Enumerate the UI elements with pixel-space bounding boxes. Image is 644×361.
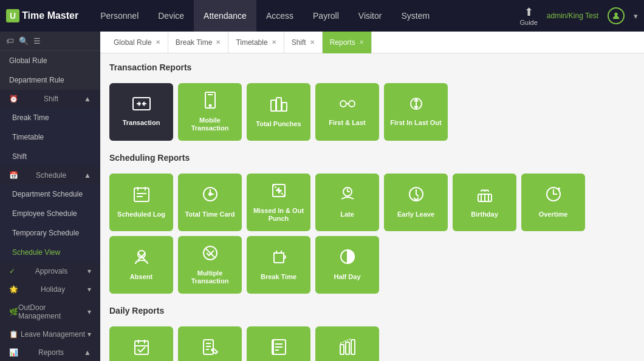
nav-device[interactable]: Device bbox=[148, 0, 194, 32]
card-scheduled-log[interactable]: Scheduled Log bbox=[109, 174, 173, 231]
card-half-day-label: Half Day bbox=[334, 273, 360, 281]
user-avatar[interactable] bbox=[608, 7, 625, 24]
svg-point-10 bbox=[340, 101, 346, 107]
svg-rect-59 bbox=[346, 342, 349, 354]
tab-reports-close[interactable]: ✕ bbox=[359, 39, 364, 46]
sidebar-section-approvals[interactable]: ✓ Approvals ▾ bbox=[0, 262, 100, 280]
nav-attendance[interactable]: Attendance bbox=[194, 0, 256, 32]
sidebar-item-schedule-view[interactable]: Schedule View bbox=[0, 243, 100, 262]
daily-details-icon bbox=[202, 339, 219, 360]
transaction-reports-title: Transaction Reports bbox=[109, 62, 635, 76]
leave-icon: 📋 bbox=[9, 330, 18, 339]
tab-global-rule[interactable]: Global Rule ✕ bbox=[106, 32, 168, 53]
card-total-time-card[interactable]: Total Time Card bbox=[178, 174, 242, 231]
approvals-icon: ✓ bbox=[9, 267, 15, 275]
tab-break-time-close[interactable]: ✕ bbox=[216, 39, 221, 46]
daily-reports-grid: Daily Attendance Daily Details bbox=[109, 326, 635, 361]
tab-break-time[interactable]: Break Time ✕ bbox=[168, 32, 229, 53]
sidebar-section-holiday[interactable]: 🌟 Holiday ▾ bbox=[0, 280, 100, 299]
sidebar-section-shift[interactable]: ⏰ Shift ▲ bbox=[0, 90, 100, 108]
list-icon[interactable]: ☰ bbox=[33, 36, 41, 46]
search-icon[interactable]: 🔍 bbox=[19, 36, 29, 46]
user-dropdown-icon[interactable]: ▾ bbox=[634, 12, 638, 21]
holiday-icon: 🌟 bbox=[9, 285, 18, 294]
late-icon bbox=[339, 186, 356, 207]
card-missed-punch[interactable]: Missed In & Out Punch bbox=[247, 174, 310, 231]
logo-text: Time Master bbox=[22, 10, 78, 21]
nav-right: ⬆ Guide admin/King Test ▾ bbox=[519, 5, 638, 26]
tab-global-rule-close[interactable]: ✕ bbox=[156, 39, 160, 46]
card-late[interactable]: Late bbox=[315, 174, 379, 231]
card-multiple-transaction[interactable]: Multiple Transaction bbox=[178, 236, 242, 294]
sidebar-item-global-rule[interactable]: Global Rule bbox=[0, 51, 100, 70]
card-first-last-label: First & Last bbox=[329, 119, 366, 127]
card-birthday-label: Birthday bbox=[471, 211, 498, 218]
main-content: Global Rule ✕ Break Time ✕ Timetable ✕ S… bbox=[100, 32, 644, 361]
card-daily-summary[interactable]: Daily Summary bbox=[247, 326, 310, 361]
card-mobile-transaction[interactable]: Mobile Transaction bbox=[178, 83, 242, 141]
card-overtime[interactable]: Overtime bbox=[521, 174, 585, 231]
shift-section-label: Shift bbox=[44, 95, 58, 103]
sidebar-section-reports[interactable]: 📊 Reports ▲ bbox=[0, 343, 100, 361]
leave-label: Leave Management bbox=[21, 330, 85, 339]
sidebar-section-outdoor[interactable]: 🌿 OutDoor Management ▾ bbox=[0, 299, 100, 325]
nav-system[interactable]: System bbox=[391, 0, 439, 32]
card-transaction-label: Transaction bbox=[123, 119, 160, 127]
missed-punch-icon bbox=[270, 182, 287, 203]
card-scheduled-log-label: Scheduled Log bbox=[117, 211, 165, 218]
tab-shift-close[interactable]: ✕ bbox=[310, 39, 315, 46]
sidebar-item-department-rule[interactable]: Department Rule bbox=[0, 70, 100, 90]
main-layout: 🏷 🔍 ☰ Global Rule Department Rule ⏰ Shif… bbox=[0, 32, 644, 361]
tab-timetable-close[interactable]: ✕ bbox=[272, 39, 276, 46]
total-time-card-icon bbox=[202, 186, 219, 207]
transaction-icon bbox=[132, 96, 151, 115]
daily-reports-title: Daily Reports bbox=[109, 306, 635, 319]
svg-rect-14 bbox=[134, 188, 149, 201]
scheduling-reports-title: Scheduling Reports bbox=[109, 153, 635, 166]
nav-access[interactable]: Access bbox=[256, 0, 303, 32]
svg-rect-1 bbox=[133, 98, 150, 110]
guide-button[interactable]: ⬆ Guide bbox=[519, 5, 537, 26]
user-info[interactable]: admin/King Test bbox=[547, 12, 598, 20]
card-first-in-last-out[interactable]: First In Last Out bbox=[384, 83, 448, 141]
mobile-transaction-icon bbox=[203, 92, 218, 113]
sidebar-section-leave[interactable]: 📋 Leave Management ▾ bbox=[0, 325, 100, 343]
sidebar-item-shift[interactable]: Shift bbox=[0, 147, 100, 166]
tab-reports[interactable]: Reports ✕ bbox=[323, 32, 372, 53]
card-daily-attendance[interactable]: Daily Attendance bbox=[109, 326, 173, 361]
sidebar-toolbar: 🏷 🔍 ☰ bbox=[0, 32, 100, 51]
tab-shift-label: Shift bbox=[292, 38, 306, 47]
tag-icon[interactable]: 🏷 bbox=[6, 36, 14, 46]
tab-shift[interactable]: Shift ✕ bbox=[284, 32, 323, 53]
absent-icon bbox=[133, 248, 150, 269]
card-half-day[interactable]: Half Day bbox=[315, 236, 379, 294]
card-transaction[interactable]: Transaction bbox=[109, 83, 173, 141]
tab-timetable[interactable]: Timetable ✕ bbox=[228, 32, 284, 53]
card-absent[interactable]: Absent bbox=[109, 236, 173, 294]
outdoor-chevron: ▾ bbox=[87, 308, 91, 316]
app-logo[interactable]: U Time Master bbox=[6, 9, 78, 22]
logo-u: U bbox=[6, 9, 19, 22]
svg-rect-58 bbox=[340, 345, 344, 354]
sidebar-item-temp-schedule[interactable]: Temporary Schedule bbox=[0, 223, 100, 243]
card-total-punches[interactable]: Total Punches bbox=[247, 83, 310, 141]
nav-payroll[interactable]: Payroll bbox=[303, 0, 349, 32]
sidebar-item-timetable[interactable]: Timetable bbox=[0, 127, 100, 147]
shift-chevron: ▲ bbox=[84, 95, 91, 103]
card-birthday[interactable]: Birthday bbox=[453, 174, 516, 231]
nav-visitor[interactable]: Visitor bbox=[349, 0, 392, 32]
sidebar-item-dept-schedule[interactable]: Department Schedule bbox=[0, 184, 100, 204]
sidebar-section-schedule[interactable]: 📅 Schedule ▲ bbox=[0, 166, 100, 184]
sidebar-label-department-rule: Department Rule bbox=[9, 76, 64, 84]
holiday-chevron: ▾ bbox=[87, 285, 91, 294]
svg-rect-8 bbox=[276, 98, 281, 111]
card-break-time[interactable]: Break Time bbox=[247, 236, 310, 294]
sidebar-item-break-time[interactable]: Break Time bbox=[0, 108, 100, 127]
card-first-last[interactable]: First & Last bbox=[315, 83, 379, 141]
nav-personnel[interactable]: Personnel bbox=[91, 0, 148, 32]
sidebar-item-emp-schedule[interactable]: Employee Schedule bbox=[0, 204, 100, 223]
card-daily-details[interactable]: Daily Details bbox=[178, 326, 242, 361]
card-early-leave[interactable]: Early Leave bbox=[384, 174, 448, 231]
approvals-chevron: ▾ bbox=[87, 267, 91, 275]
card-daily-status[interactable]: Daily Status bbox=[315, 326, 379, 361]
